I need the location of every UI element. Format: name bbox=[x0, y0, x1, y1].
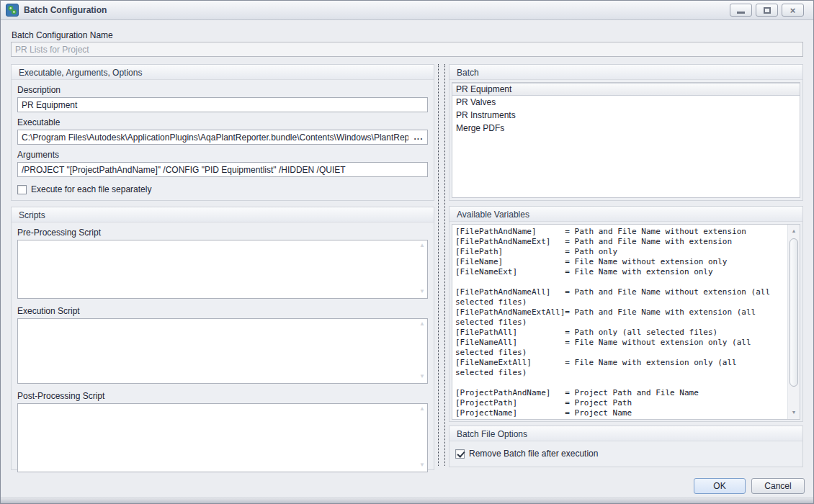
execute-separately-label: Execute for each file separately bbox=[31, 184, 151, 194]
description-label: Description bbox=[17, 85, 428, 95]
available-variables-group: Available Variables [FilePathAndName] = … bbox=[449, 206, 803, 422]
remove-batch-file-checkbox[interactable] bbox=[455, 449, 465, 459]
batch-group: Batch PR EquipmentPR ValvesPR Instrument… bbox=[449, 64, 803, 201]
arguments-input[interactable] bbox=[17, 162, 428, 177]
scroll-down-icon[interactable]: ▼ bbox=[788, 407, 800, 418]
remove-batch-file-label: Remove Batch file after execution bbox=[469, 449, 598, 459]
app-gears-icon bbox=[6, 4, 19, 17]
close-icon: × bbox=[790, 6, 796, 15]
maximize-button[interactable] bbox=[756, 4, 778, 17]
browse-executable-button[interactable]: ... bbox=[411, 131, 426, 143]
window-controls: × bbox=[730, 4, 808, 17]
batch-list-item[interactable]: PR Instruments bbox=[452, 109, 800, 122]
arguments-label: Arguments bbox=[17, 150, 428, 160]
batch-file-options-group: Batch File Options Remove Batch file aft… bbox=[449, 426, 803, 467]
window-title: Batch Configuration bbox=[24, 5, 107, 15]
pre-processing-script-textarea[interactable] bbox=[17, 240, 428, 299]
ok-button[interactable]: OK bbox=[694, 478, 746, 494]
available-variables-title: Available Variables bbox=[450, 207, 802, 222]
batch-configuration-name-label: Batch Configuration Name bbox=[12, 30, 113, 40]
batch-configuration-name-input[interactable] bbox=[11, 42, 803, 57]
execution-script-textarea[interactable] bbox=[17, 318, 428, 384]
column-splitter[interactable] bbox=[438, 64, 445, 466]
post-processing-script-label: Post-Processing Script bbox=[17, 391, 428, 401]
post-processing-script-textarea[interactable] bbox=[17, 403, 428, 472]
batch-list-item[interactable]: PR Equipment bbox=[452, 83, 800, 96]
minimize-icon bbox=[737, 12, 745, 14]
batch-list-item[interactable]: Merge PDFs bbox=[452, 122, 800, 135]
scrollbar-thumb[interactable] bbox=[790, 238, 798, 387]
description-input[interactable] bbox=[17, 97, 428, 112]
execute-separately-checkbox[interactable] bbox=[17, 185, 27, 194]
cancel-button[interactable]: Cancel bbox=[751, 478, 805, 494]
scripts-group-title: Scripts bbox=[12, 207, 434, 222]
variables-box: [FilePathAndName] = Path and File Name w… bbox=[452, 224, 800, 420]
close-button[interactable]: × bbox=[782, 4, 804, 17]
batch-list[interactable]: PR EquipmentPR ValvesPR InstrumentsMerge… bbox=[452, 82, 800, 198]
variables-scrollbar[interactable]: ▲ ▼ bbox=[787, 225, 800, 419]
batch-list-item[interactable]: PR Valves bbox=[452, 96, 800, 109]
scroll-up-icon[interactable]: ▲ bbox=[788, 225, 800, 237]
batch-file-options-title: Batch File Options bbox=[450, 426, 802, 441]
executable-group: Executable, Arguments, Options Descripti… bbox=[11, 64, 434, 201]
scripts-group: Scripts Pre-Processing Script ▲ ▼ Execut… bbox=[11, 207, 434, 470]
batch-configuration-dialog: Batch Configuration × Batch Configuratio… bbox=[0, 0, 814, 504]
maximize-icon bbox=[764, 7, 771, 14]
window-bottom-frame bbox=[1, 498, 813, 503]
title-bar[interactable]: Batch Configuration × bbox=[1, 1, 813, 20]
executable-path-input[interactable] bbox=[17, 130, 428, 145]
variables-text: [FilePathAndName] = Path and File Name w… bbox=[452, 225, 782, 420]
executable-label: Executable bbox=[17, 117, 428, 127]
batch-group-title: Batch bbox=[450, 65, 802, 80]
execution-script-label: Execution Script bbox=[17, 306, 428, 316]
pre-processing-script-label: Pre-Processing Script bbox=[17, 228, 428, 238]
executable-group-title: Executable, Arguments, Options bbox=[12, 65, 434, 80]
minimize-button[interactable] bbox=[730, 4, 752, 17]
